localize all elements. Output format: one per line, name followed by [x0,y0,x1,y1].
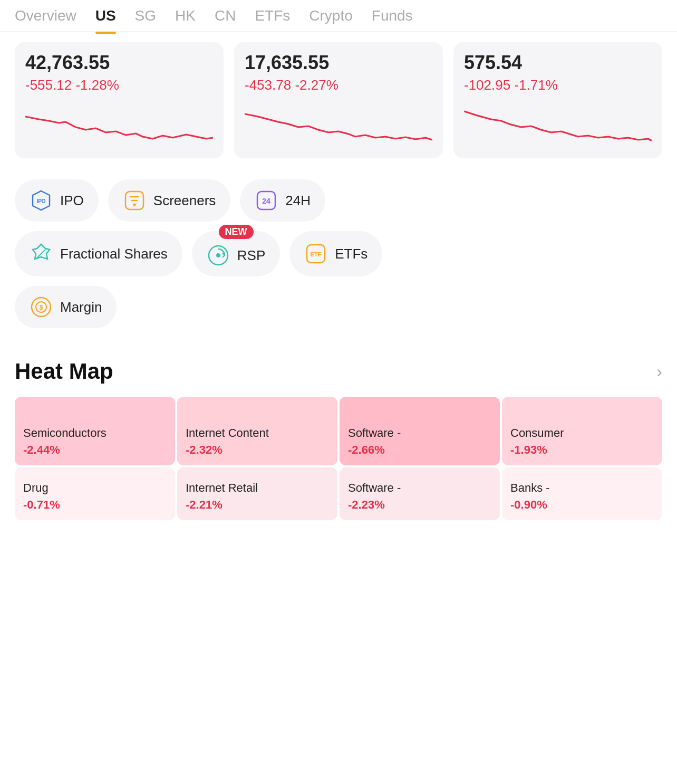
card-change-1: -555.12 -1.28% [25,77,213,93]
heatmap-header: Heat Map › [15,359,662,384]
card-change-2: -453.78 -2.27% [245,77,432,93]
heatmap-grid: Semiconductors -2.44% Internet Content -… [15,397,662,520]
cell-change-consumer: -1.93% [510,443,654,457]
cell-name-consumer: Consumer [510,426,654,441]
market-cards-container: 42,763.55 -555.12 -1.28% 17,635.55 -453.… [0,32,677,164]
mini-chart-1 [25,101,213,143]
margin-label: Margin [60,299,102,315]
etfs-feature-label: ETFs [335,246,367,262]
screeners-button[interactable]: Screeners [108,179,231,222]
mini-chart-2 [245,101,432,143]
heatmap-row-1: Semiconductors -2.44% Internet Content -… [15,397,662,465]
mini-chart-3 [464,101,652,143]
svg-text:ETF: ETF [311,251,322,257]
24h-button[interactable]: 24 24H [240,179,325,222]
cell-name-internet-content: Internet Content [186,426,329,441]
cell-name-banks: Banks - [510,481,654,496]
market-card-2[interactable]: 17,635.55 -453.78 -2.27% [234,42,443,158]
svg-text:24: 24 [263,197,271,205]
card-price-3: 575.54 [464,52,652,74]
cell-change-software1: -2.66% [348,443,491,457]
heatmap-cell-software2[interactable]: Software - -2.23% [340,467,500,520]
24h-icon: 24 [255,189,278,212]
heatmap-arrow-icon[interactable]: › [656,362,662,381]
features-row-2: Fractional Shares NEW RSP ETF [15,231,662,276]
cell-name-software2: Software - [348,481,491,496]
card-change-3: -102.95 -1.71% [464,77,652,93]
heatmap-cell-banks[interactable]: Banks - -0.90% [502,467,662,520]
cell-name-semiconductors: Semiconductors [23,426,167,441]
market-card-3[interactable]: 575.54 -102.95 -1.71% [453,42,662,158]
cell-change-drug: -0.71% [23,498,167,512]
nav-item-overview[interactable]: Overview [15,7,76,24]
screeners-label: Screeners [153,193,216,209]
rsp-button[interactable]: NEW RSP [192,231,280,276]
card-price-1: 42,763.55 [25,52,213,74]
features-row-3: $ Margin [15,286,662,328]
heatmap-cell-drug[interactable]: Drug -0.71% [15,467,175,520]
nav-item-hk[interactable]: HK [175,7,196,24]
margin-button[interactable]: $ Margin [15,286,117,328]
heatmap-cell-internet-content[interactable]: Internet Content -2.32% [177,397,337,465]
features-section: IPO IPO Screeners 24 [0,164,677,328]
new-badge: NEW [219,225,254,239]
ipo-button[interactable]: IPO IPO [15,179,99,222]
cell-name-internet-retail: Internet Retail [186,481,329,496]
etfs-feature-icon: ETF [304,242,327,265]
fractional-shares-label: Fractional Shares [60,246,168,262]
heatmap-title: Heat Map [15,359,113,384]
nav-item-etfs[interactable]: ETFs [255,7,290,24]
heatmap-cell-internet-retail[interactable]: Internet Retail -2.21% [177,467,337,520]
heatmap-row-2: Drug -0.71% Internet Retail -2.21% Softw… [15,467,662,520]
fractional-shares-icon [30,242,53,265]
nav-item-us[interactable]: US [95,7,116,24]
etfs-feature-button[interactable]: ETF ETFs [289,231,382,276]
features-row-1: IPO IPO Screeners 24 [15,179,662,222]
cell-change-software2: -2.23% [348,498,491,512]
heatmap-cell-software1[interactable]: Software - -2.66% [340,397,500,465]
nav-item-funds[interactable]: Funds [372,7,413,24]
nav-item-crypto[interactable]: Crypto [309,7,352,24]
cell-change-semiconductors: -2.44% [23,443,167,457]
fractional-shares-button[interactable]: Fractional Shares [15,231,182,276]
card-price-2: 17,635.55 [245,52,432,74]
top-navigation: Overview US SG HK CN ETFs Crypto Funds [0,0,677,32]
cell-change-internet-content: -2.32% [186,443,329,457]
ipo-label: IPO [60,193,84,209]
market-card-1[interactable]: 42,763.55 -555.12 -1.28% [15,42,224,158]
heatmap-cell-consumer[interactable]: Consumer -1.93% [502,397,662,465]
cell-change-banks: -0.90% [510,498,654,512]
heatmap-cell-semiconductors[interactable]: Semiconductors -2.44% [15,397,175,465]
margin-icon: $ [30,295,53,319]
svg-marker-7 [33,244,50,259]
cell-name-software1: Software - [348,426,491,441]
nav-item-sg[interactable]: SG [135,7,156,24]
rsp-label: RSP [237,247,265,264]
svg-point-10 [216,253,220,257]
rsp-icon [207,244,230,267]
svg-text:IPO: IPO [36,198,45,204]
cell-name-drug: Drug [23,481,167,496]
cell-change-internet-retail: -2.21% [186,498,329,512]
24h-label: 24H [285,193,311,209]
nav-item-cn[interactable]: CN [215,7,236,24]
svg-text:$: $ [40,304,43,311]
ipo-icon: IPO [30,189,53,212]
screeners-icon [123,189,146,212]
heatmap-section: Heat Map › Semiconductors -2.44% Interne… [0,338,677,531]
